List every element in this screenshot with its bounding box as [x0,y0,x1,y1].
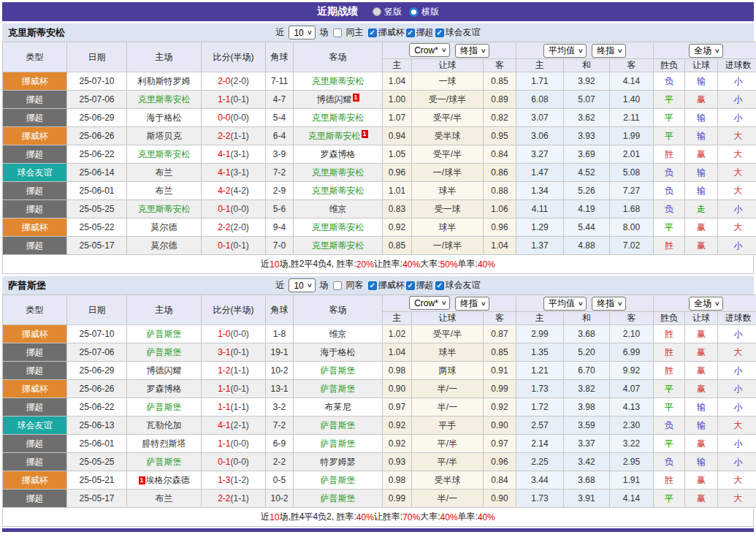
euro-company-select[interactable]: 平均值∨ [543,297,587,311]
handicap-home-odds: 0.97 [383,398,412,417]
match-count-select[interactable]: 10 ∨ [289,26,315,39]
league-checkbox[interactable] [368,281,377,290]
result-goals: 大 [718,182,756,200]
chevron-down-icon: ∨ [617,47,623,54]
radio-horizontal-label: 横版 [421,6,439,18]
match-score: 4-1(2-1) [202,417,266,435]
handicap-home-odds: 0.94 [383,127,412,145]
halftime-score: (0-0) [231,438,249,449]
radio-vertical-layout[interactable]: 竖版 [373,6,402,18]
handicap-company-select[interactable]: Crow*∨ [409,43,450,57]
handicap-stage-select[interactable]: 终指∨ [455,297,489,311]
handicap-home-odds: 0.92 [383,218,412,237]
team-name-text: 莫尔德 [151,222,177,232]
handicap-company-value: Crow* [414,45,438,56]
radio-selected-icon[interactable] [409,7,419,17]
handicap-line: 半/一 [412,380,484,398]
chevron-down-icon: ∨ [441,47,447,53]
league-filter-item: 球会友谊 [434,26,481,39]
euro-draw-odds: 3.59 [564,417,610,435]
euro-away-odds: 7.27 [610,182,654,200]
handicap-away-odds: 0.88 [484,182,516,200]
league-filter-item: 挪超 [405,279,434,292]
halftime-score: (3-1) [231,149,249,159]
team-name: 克里斯蒂安松 [8,26,65,39]
handicap-away-odds: 0.96 [484,218,516,237]
corner-count: 2-9 [266,182,294,200]
result-wdl: 平 [654,109,685,127]
league-checkbox[interactable] [406,281,415,290]
result-handicap: 输 [685,127,718,145]
handicap-stage-value: 终指 [460,45,478,57]
fulltime-score: 4-1 [218,420,230,430]
col-ah-line: 让球 [412,312,484,325]
handicap-stage-select[interactable]: 终指∨ [455,44,489,58]
match-date: 25-06-01 [67,182,127,200]
result-handicap: 输 [685,417,718,435]
col-score: 比分(半场) [202,42,266,72]
summary-stat-value: 40% [402,259,420,270]
same-venue-checkbox[interactable] [333,281,342,290]
games-label: 场 [320,279,329,292]
col-away: 客场 [294,42,383,72]
match-score: 1-1(0-0) [202,435,266,453]
radio-unselected-icon[interactable] [373,7,381,16]
away-team: 萨普斯堡 [294,435,383,453]
corner-count: 0-5 [266,471,294,490]
match-date: 25-06-22 [67,145,127,164]
match-count-select[interactable]: 10 ∨ [289,278,315,292]
team-name-text: 克里斯蒂安松 [308,131,361,141]
league-checkbox[interactable] [435,281,444,290]
team-name-text: 克里斯蒂安松 [138,94,191,104]
corner-count: 3-2 [266,398,294,417]
home-team: 腓特烈斯塔 [127,435,202,453]
league-checkbox[interactable] [435,28,444,37]
home-team: 1埃格尔森德 [127,471,202,490]
team-name-text: 博德闪耀 [317,94,352,104]
scope-select[interactable]: 全场∨ [689,297,723,311]
col-type: 类型 [3,42,67,72]
same-venue-checkbox[interactable] [333,28,342,37]
euro-stage-select[interactable]: 终指∨ [592,44,626,58]
handicap-line: 受平/半 [412,145,484,164]
corner-count: 2-2 [266,453,294,471]
away-team: 博德闪耀1 [294,91,383,109]
team-name-text: 布兰 [156,186,173,196]
col-res-goals: 进球数 [718,59,756,72]
match-type-badge: 挪威杯 [3,218,67,237]
match-score: 4-1(3-1) [202,145,266,164]
radio-horizontal-layout[interactable]: 横版 [409,6,439,18]
team-name-text: 克里斯蒂安松 [138,149,191,159]
result-handicap: 走 [685,200,718,218]
euro-company-select[interactable]: 平均值∨ [543,44,587,58]
corner-count: 7-11 [266,72,294,91]
handicap-home-odds: 1.00 [383,91,412,109]
filter-controls: 近 10 ∨ 场 同主 挪威杯挪超球会友谊 [2,23,754,42]
euro-stage-select[interactable]: 终指∨ [592,297,626,311]
handicap-line: 球半 [412,218,484,237]
league-checkbox[interactable] [406,28,415,37]
league-checkbox[interactable] [368,28,377,37]
fulltime-score: 0-1 [218,240,230,251]
euro-draw-odds: 3.91 [564,490,610,508]
scope-select[interactable]: 全场∨ [689,44,723,58]
match-row: 挪超 25-06-01 布兰 4-2(4-2) 2-9 克里斯蒂安松 1.01 … [3,182,756,200]
euro-away-odds: 5.08 [610,164,654,182]
handicap-away-odds: 0.85 [484,343,516,362]
match-row: 挪超 25-06-01 腓特烈斯塔 1-1(0-0) 6-9 萨普斯堡 0.92… [3,435,756,453]
euro-draw-odds: 5.07 [564,91,610,109]
handicap-company-select[interactable]: Crow*∨ [409,296,450,310]
match-date: 25-07-06 [67,343,127,362]
col-res-ah: 让球 [685,312,718,325]
home-team: 萨普斯堡 [127,453,202,471]
euro-away-odds: 4.14 [610,72,654,91]
corner-count: 1-8 [266,325,294,343]
match-type-badge: 挪超 [3,145,67,164]
match-score: 4-2(4-2) [202,182,266,200]
match-score: 0-1(0-0) [202,453,266,471]
euro-home-odds: 1.72 [516,398,564,417]
fulltime-score: 1-0 [218,329,230,339]
team-name-text: 瓦勒伦加 [147,420,182,430]
result-wdl: 平 [654,398,685,417]
handicap-home-odds: 0.93 [383,453,412,471]
